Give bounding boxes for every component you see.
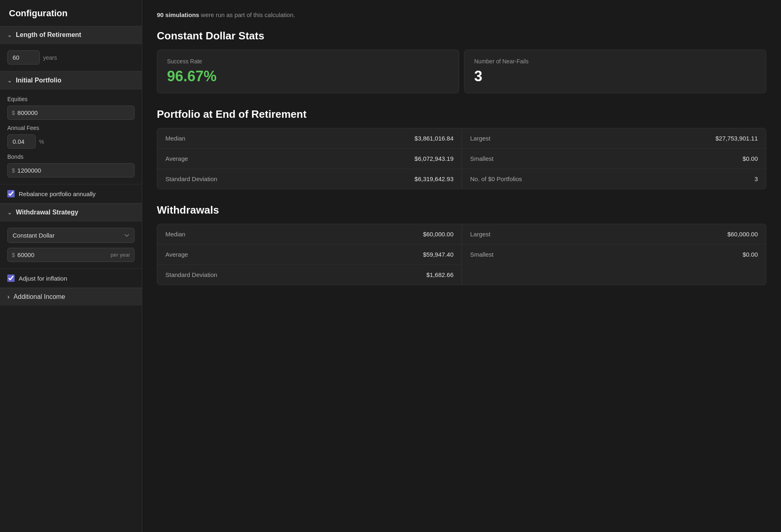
table-row: Largest $27,753,901.11 <box>462 128 766 149</box>
withdrawal-amount-box: $ per year <box>7 248 135 262</box>
annual-fees-row: % <box>7 134 135 149</box>
row-label: Smallest <box>470 155 494 162</box>
table-row: Standard Deviation $6,319,642.93 <box>157 169 462 189</box>
table-row: Average $6,072,943.19 <box>157 149 462 169</box>
section-header-length-of-retirement[interactable]: ⌄ Length of Retirement <box>0 26 142 44</box>
stats-grid: Success Rate 96.67% Number of Near-Fails… <box>157 50 766 93</box>
withdrawal-strategy-body: Constant Dollar Percentage Dynamic $ per… <box>0 221 142 269</box>
portfolio-left-col: Median $3,861,016.84 Average $6,072,943.… <box>157 128 462 189</box>
inflation-label[interactable]: Adjust for inflation <box>19 275 67 282</box>
row-label: Largest <box>470 231 490 238</box>
annual-fees-label: Annual Fees <box>7 125 135 131</box>
portfolio-table: Median $3,861,016.84 Average $6,072,943.… <box>157 128 766 189</box>
row-value: $0.00 <box>742 251 758 258</box>
section-label-length-of-retirement: Length of Retirement <box>16 31 81 39</box>
equities-input-box: $ <box>7 106 135 120</box>
withdrawal-suffix: per year <box>111 252 130 258</box>
constant-dollar-title: Constant Dollar Stats <box>157 30 766 42</box>
chevron-length-icon: ⌄ <box>7 32 12 38</box>
table-row: Smallest $0.00 <box>462 149 766 169</box>
table-row: No. of $0 Portfolios 3 <box>462 169 766 189</box>
near-fails-label: Number of Near-Fails <box>474 58 756 65</box>
row-label: Median <box>165 231 185 238</box>
table-row: Largest $60,000.00 <box>462 224 766 244</box>
section-header-initial-portfolio[interactable]: ⌄ Initial Portfolio <box>0 71 142 89</box>
portfolio-end-title: Portfolio at End of Retirement <box>157 108 766 121</box>
years-input[interactable] <box>7 50 40 65</box>
simulation-note: 90 simulations were run as part of this … <box>157 11 766 18</box>
row-label: Average <box>165 251 188 258</box>
near-fails-value: 3 <box>474 68 756 85</box>
table-row: Median $60,000.00 <box>157 224 462 244</box>
withdrawals-left-col: Median $60,000.00 Average $59,947.40 Sta… <box>157 224 462 285</box>
row-value: $3,861,016.84 <box>414 135 453 142</box>
inflation-checkbox-row[interactable]: Adjust for inflation <box>0 269 142 288</box>
row-value: $60,000.00 <box>727 231 758 238</box>
withdrawals-title: Withdrawals <box>157 204 766 216</box>
section-header-withdrawal[interactable]: ⌄ Withdrawal Strategy <box>0 203 142 221</box>
rebalance-checkbox[interactable] <box>7 190 15 197</box>
rebalance-checkbox-row[interactable]: Rebalance portfolio annually <box>0 184 142 203</box>
bonds-prefix: $ <box>12 167 15 174</box>
bonds-input[interactable] <box>17 167 130 174</box>
equities-label: Equities <box>7 96 135 102</box>
row-label: Average <box>165 155 188 162</box>
row-label: Largest <box>470 135 490 142</box>
sidebar-title: Configuration <box>0 0 142 26</box>
main-content: 90 simulations were run as part of this … <box>142 0 781 532</box>
row-value: $59,947.40 <box>423 251 453 258</box>
sidebar: Configuration ⌄ Length of Retirement yea… <box>0 0 142 532</box>
bonds-input-box: $ <box>7 163 135 177</box>
equities-input[interactable] <box>17 109 130 116</box>
equities-prefix: $ <box>12 110 15 116</box>
section-label-initial-portfolio: Initial Portfolio <box>16 77 61 84</box>
table-row: Median $3,861,016.84 <box>157 128 462 149</box>
years-suffix: years <box>43 54 57 61</box>
strategy-select[interactable]: Constant Dollar Percentage Dynamic <box>7 228 135 243</box>
near-fails-card: Number of Near-Fails 3 <box>464 50 766 93</box>
row-value: $6,072,943.19 <box>414 155 453 162</box>
table-row: Smallest $0.00 <box>462 244 766 264</box>
rebalance-label[interactable]: Rebalance portfolio annually <box>19 190 95 197</box>
table-row: Standard Deviation $1,682.66 <box>157 265 462 285</box>
portfolio-table-inner: Median $3,861,016.84 Average $6,072,943.… <box>157 128 766 189</box>
chevron-withdrawal-icon: ⌄ <box>7 210 12 216</box>
simulation-count: 90 simulations <box>157 11 199 18</box>
row-label: Median <box>165 135 185 142</box>
withdrawals-table: Median $60,000.00 Average $59,947.40 Sta… <box>157 224 766 285</box>
row-value: 3 <box>755 175 758 182</box>
success-rate-card: Success Rate 96.67% <box>157 50 459 93</box>
row-value: $27,753,901.11 <box>716 135 758 142</box>
annual-fees-input[interactable] <box>7 134 36 149</box>
simulation-note-rest: were run as part of this calculation. <box>199 11 295 18</box>
row-value: $60,000.00 <box>423 231 453 238</box>
years-input-row: years <box>7 50 135 65</box>
row-label: No. of $0 Portfolios <box>470 175 522 182</box>
row-label: Standard Deviation <box>165 271 217 278</box>
row-value: $0.00 <box>742 155 758 162</box>
bonds-label: Bonds <box>7 154 135 160</box>
row-value: $1,682.66 <box>426 271 453 278</box>
withdrawals-table-inner: Median $60,000.00 Average $59,947.40 Sta… <box>157 224 766 285</box>
chevron-portfolio-icon: ⌄ <box>7 78 12 84</box>
row-value: $6,319,642.93 <box>414 175 453 182</box>
row-label: Standard Deviation <box>165 175 217 182</box>
length-of-retirement-body: years <box>0 44 142 71</box>
portfolio-right-col: Largest $27,753,901.11 Smallest $0.00 No… <box>462 128 766 189</box>
section-label-additional-income: Additional Income <box>13 293 65 301</box>
row-label: Smallest <box>470 251 494 258</box>
withdrawals-right-col: Largest $60,000.00 Smallest $0.00 <box>462 224 766 285</box>
annual-fees-pct: % <box>39 138 44 145</box>
withdrawal-amount-input[interactable] <box>17 251 108 258</box>
inflation-checkbox[interactable] <box>7 275 15 282</box>
initial-portfolio-body: Equities $ Annual Fees % Bonds $ <box>0 89 142 184</box>
success-rate-label: Success Rate <box>167 58 449 65</box>
section-label-withdrawal: Withdrawal Strategy <box>16 209 78 216</box>
table-row: Average $59,947.40 <box>157 244 462 265</box>
success-rate-value: 96.67% <box>167 68 449 85</box>
section-header-additional-income[interactable]: › Additional Income <box>0 288 142 305</box>
chevron-additional-icon: › <box>7 293 9 301</box>
withdrawal-prefix: $ <box>12 252 15 258</box>
